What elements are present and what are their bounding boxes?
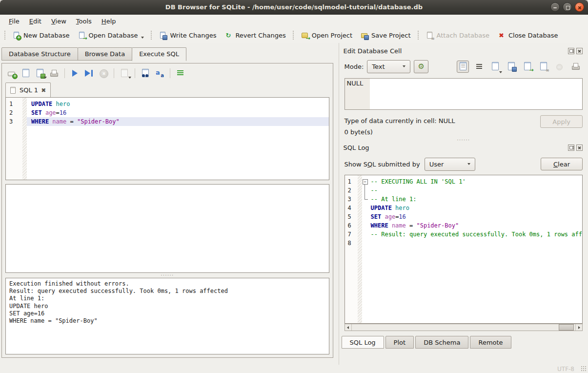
results-grid[interactable] [5,184,329,273]
scroll-right-icon[interactable] [575,324,582,331]
dock-tab-sql-log[interactable]: SQL Log [342,336,384,349]
open-project-button[interactable]: Open Project [297,29,356,41]
line-number: 3 [348,195,358,204]
toolbar-separator [135,68,135,78]
tab-browse-data[interactable]: Browse Data [78,47,133,61]
horizontal-scrollbar[interactable] [345,324,583,331]
scrollbar-thumb[interactable] [559,324,574,331]
dock-tab-plot[interactable]: Plot [385,336,414,349]
code-segment: UPDATE [371,205,392,211]
resize-grip[interactable] [581,366,587,372]
execution-message[interactable]: Execution finished without errors. Resul… [5,278,329,354]
menu-tools[interactable]: Tools [71,16,97,26]
close-dock-icon[interactable] [576,48,583,54]
splitter-handle[interactable] [5,273,329,278]
line-number: 6 [348,221,358,230]
close-database-icon [497,31,506,40]
toolbar-label: New Database [23,32,70,39]
save-file-button[interactable] [505,61,517,73]
open-sql-file-button[interactable] [20,68,31,79]
save-file-icon [507,62,516,71]
dock-splitter-handle[interactable] [341,138,586,143]
toolbar-label: Close Database [508,32,558,39]
open-in-app-button[interactable] [414,60,428,73]
scroll-left-icon[interactable] [345,324,352,331]
print-cell-button[interactable] [569,61,582,73]
close-tab-icon[interactable]: ✖ [41,87,46,93]
close-dock-icon[interactable] [576,145,583,151]
save-project-button[interactable]: Save Project [356,29,415,41]
fold-cell [362,239,369,248]
new-tab-button[interactable] [6,68,17,79]
tab-execute-sql[interactable]: Execute SQL [132,47,186,61]
fold-marker[interactable] [362,195,369,204]
dropdown-caret-icon[interactable] [128,77,131,79]
statusbar: UTF-8 [0,365,588,373]
write-changes-button[interactable]: Write Changes [155,29,220,41]
cell-editor[interactable]: NULL [345,78,583,110]
gear-icon [416,62,426,71]
toolbar-label: Open Project [312,32,352,39]
execute-all-button[interactable] [70,68,81,79]
sql-editor[interactable]: 123 UPDATE heroSET age=16WHERE name = "S… [5,97,329,180]
code-segment: WHERE [371,222,388,229]
right-dock: Edit Database Cell Mode: Text NULL [339,43,588,365]
fold-marker[interactable] [362,177,369,186]
cell-content[interactable] [370,79,582,109]
find-replace-button[interactable] [154,68,165,79]
open-database-button[interactable]: Open Database [74,29,148,41]
save-sql-file-button[interactable] [35,68,45,79]
dock-tab-db-schema[interactable]: DB Schema [415,336,468,349]
toolbar-separator [151,31,152,40]
export-cell-icon [523,62,532,71]
clear-button[interactable]: Clear [541,158,583,170]
open-file-button[interactable] [489,61,501,73]
revert-changes-button[interactable]: Revert Changes [220,29,289,41]
menu-edit[interactable]: Edit [24,16,46,26]
dropdown-caret-icon[interactable] [141,37,144,39]
cell-size-info: 0 byte(s) [345,126,541,138]
code-line: WHERE name = "Spider-Boy" [369,221,582,230]
menu-help[interactable]: Help [97,16,121,26]
dropdown-caret-icon[interactable] [499,71,502,73]
log-margin [358,175,362,323]
left-pane: Database StructureBrowse DataExecute SQL… [0,43,337,365]
print-button[interactable] [49,68,60,79]
mode-select[interactable]: Text [367,60,410,73]
close-icon[interactable] [575,2,584,12]
code-line: UPDATE hero [369,204,582,212]
menu-file[interactable]: File [4,16,24,26]
dropdown-caret-icon[interactable] [44,77,47,79]
menu-view[interactable]: View [46,16,71,26]
titlebar[interactable]: DB Browser for SQLite - /home/user/code/… [0,0,588,15]
minimize-icon[interactable] [550,2,560,12]
format-sql-button[interactable] [175,68,186,79]
dock-tab-remote[interactable]: Remote [470,336,511,349]
cell-mode-row: Mode: Text [341,56,586,74]
link-button[interactable] [537,61,549,73]
log-filter-select[interactable]: User [425,158,475,171]
line-number: 4 [348,204,358,212]
execute-line-button[interactable] [84,68,95,79]
find-button[interactable] [140,68,151,79]
maximize-icon[interactable] [563,2,572,12]
toolbar-label: Save Project [371,32,411,39]
export-cell-button[interactable] [521,61,533,73]
code-segment: 16 [60,109,66,116]
line-number: 2 [9,108,22,117]
window-title: DB Browser for SQLite - /home/user/code/… [0,0,588,15]
app-window: DB Browser for SQLite - /home/user/code/… [0,0,588,373]
code-line: -- Result: query executed successfully. … [369,230,582,239]
float-dock-icon[interactable] [568,48,574,54]
code-segment: SET [371,213,382,220]
text-document-button[interactable] [457,61,469,73]
float-dock-icon[interactable] [568,145,574,151]
new-database-button[interactable]: New Database [8,29,74,41]
sql-log-view[interactable]: 12345678 -- EXECUTING ALL IN 'SQL 1'----… [345,175,583,324]
word-wrap-button[interactable] [473,61,485,73]
sql-tab[interactable]: SQL 1 ✖ [5,83,51,97]
close-database-button[interactable]: Close Database [493,29,562,41]
tab-database-structure[interactable]: Database Structure [1,47,78,61]
write-changes-icon [159,31,167,40]
fold-marker[interactable] [362,186,369,195]
